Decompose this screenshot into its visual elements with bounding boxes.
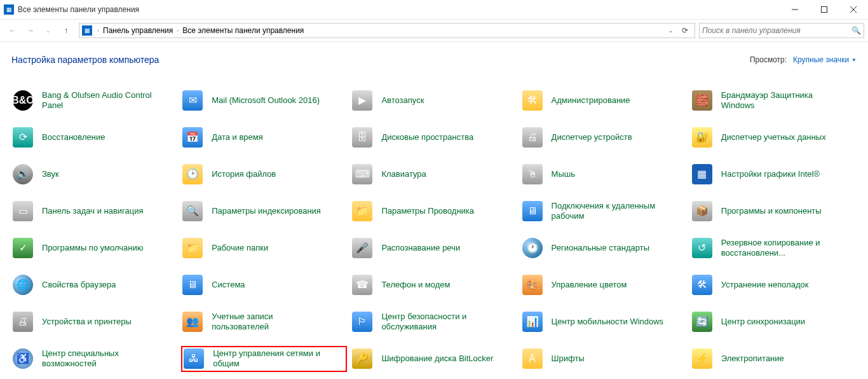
titlebar: ▦ Все элементы панели управления bbox=[0, 0, 868, 19]
control-panel-item[interactable]: ✉Mail (Microsoft Outlook 2016) bbox=[181, 88, 347, 113]
item-icon: 📦 bbox=[692, 201, 712, 221]
control-panel-item[interactable]: 👥Учетные записи пользователей bbox=[181, 309, 347, 334]
item-label: Учетные записи пользователей bbox=[212, 312, 326, 333]
item-icon: 🎤 bbox=[352, 238, 372, 258]
control-panel-item[interactable]: ☎Телефон и модем bbox=[351, 272, 517, 298]
control-panel-item[interactable]: 📊Центр мобильности Windows bbox=[521, 309, 687, 334]
item-icon: ♿ bbox=[13, 348, 33, 369]
item-label: Звук bbox=[42, 169, 59, 179]
item-label: Брандмауэр Защитника Windows bbox=[721, 90, 836, 111]
item-icon: 📁 bbox=[182, 238, 203, 258]
breadcrumb-item[interactable]: Панель управления bbox=[102, 26, 174, 35]
control-panel-item[interactable]: 🖱Мышь bbox=[521, 162, 687, 187]
control-panel-item[interactable]: 🏳Центр безопасности и обслуживания bbox=[351, 309, 517, 334]
control-panel-item[interactable]: ⌨Клавиатура bbox=[351, 162, 517, 187]
control-panel-item[interactable]: 🔄Центр синхронизации bbox=[691, 309, 857, 334]
control-panel-item[interactable]: 🎤Распознавание речи bbox=[351, 235, 517, 261]
control-panel-item[interactable]: ✓Программы по умолчанию bbox=[11, 235, 177, 261]
item-label: Центр мобильности Windows bbox=[552, 317, 664, 327]
control-panel-item[interactable]: 🔑Шифрование диска BitLocker bbox=[351, 346, 517, 372]
view-selector[interactable]: Крупные значки ▼ bbox=[793, 55, 857, 64]
item-icon: 🖨 bbox=[522, 127, 543, 148]
item-icon: 🔑 bbox=[352, 348, 372, 369]
item-label: Центр специальных возможностей bbox=[42, 348, 156, 369]
control-panel-item[interactable]: AШрифты bbox=[521, 346, 687, 372]
maximize-button[interactable] bbox=[810, 0, 839, 19]
item-icon: B&O bbox=[13, 90, 33, 111]
item-icon: 🛠 bbox=[692, 275, 712, 295]
item-label: Центр синхронизации bbox=[721, 317, 805, 327]
back-button[interactable]: ← bbox=[4, 22, 22, 39]
close-button[interactable] bbox=[839, 0, 868, 19]
chevron-right-icon: › bbox=[174, 27, 181, 34]
control-panel-item[interactable]: ⚡Электропитание bbox=[691, 346, 857, 372]
control-panel-item[interactable]: 📅Дата и время bbox=[181, 125, 347, 150]
item-label: Электропитание bbox=[721, 354, 784, 364]
control-panel-item[interactable]: 🖨Диспетчер устройств bbox=[521, 125, 687, 150]
item-label: Центр управления сетями и общим bbox=[213, 348, 327, 369]
refresh-button[interactable]: ⟳ bbox=[678, 24, 692, 38]
item-label: Параметры Проводника bbox=[381, 206, 474, 216]
control-panel-item[interactable]: 🔐Диспетчер учетных данных bbox=[691, 125, 857, 150]
address-dropdown[interactable]: ⌄ bbox=[664, 24, 678, 38]
item-icon: 🔄 bbox=[692, 312, 712, 332]
window-title: Все элементы панели управления bbox=[18, 5, 139, 14]
chevron-down-icon: ▼ bbox=[851, 57, 857, 63]
recent-dropdown[interactable]: ⌄ bbox=[39, 22, 57, 39]
item-icon: 👥 bbox=[182, 312, 203, 332]
items-grid: B&OBang & Olufsen Audio Control Panel✉Ma… bbox=[0, 72, 868, 378]
control-panel-item[interactable]: 🌐Свойства браузера bbox=[11, 272, 177, 298]
item-icon: 🏳 bbox=[352, 312, 372, 332]
control-panel-icon: ▦ bbox=[4, 4, 14, 15]
item-icon: 📁 bbox=[352, 201, 372, 221]
control-panel-item[interactable]: 🧱Брандмауэр Защитника Windows bbox=[691, 88, 857, 113]
item-icon: ✉ bbox=[182, 90, 203, 111]
item-label: Программы по умолчанию bbox=[42, 243, 143, 253]
item-label: Шифрование диска BitLocker bbox=[381, 354, 493, 364]
forward-button[interactable]: → bbox=[22, 22, 39, 39]
control-panel-item[interactable]: ▶Автозапуск bbox=[351, 88, 517, 113]
control-panel-item[interactable]: ♿Центр специальных возможностей bbox=[11, 346, 177, 372]
item-icon: 🖨 bbox=[13, 312, 33, 332]
item-label: Устройства и принтеры bbox=[42, 317, 132, 327]
control-panel-item[interactable]: 🕐Региональные стандарты bbox=[521, 235, 687, 261]
control-panel-item[interactable]: 🖥Система bbox=[181, 272, 347, 298]
item-icon: 🎨 bbox=[522, 275, 543, 295]
control-panel-item[interactable]: B&OBang & Olufsen Audio Control Panel bbox=[11, 88, 177, 113]
chevron-right-icon: › bbox=[95, 27, 102, 34]
control-panel-item[interactable]: 🖥Подключения к удаленным рабочим bbox=[521, 198, 687, 224]
control-panel-item[interactable]: ▭Панель задач и навигация bbox=[11, 198, 177, 224]
control-panel-item[interactable]: 🔊Звук bbox=[11, 162, 177, 187]
control-panel-item[interactable]: ⟳Восстановление bbox=[11, 125, 177, 150]
item-icon: ☎ bbox=[352, 275, 372, 295]
control-panel-item[interactable]: 🎨Управление цветом bbox=[521, 272, 687, 298]
item-label: Диспетчер устройств bbox=[552, 132, 632, 142]
control-panel-item[interactable]: 🗄Дисковые пространства bbox=[351, 125, 517, 150]
search-box[interactable]: 🔍 bbox=[699, 23, 864, 38]
control-panel-item[interactable]: 📁Параметры Проводника bbox=[351, 198, 517, 224]
view-value: Крупные значки bbox=[793, 55, 849, 64]
control-panel-item[interactable]: 🔍Параметры индексирования bbox=[181, 198, 347, 224]
breadcrumb-item[interactable]: Все элементы панели управления bbox=[181, 26, 305, 35]
control-panel-item[interactable]: ↺Резервное копирование и восстановлени..… bbox=[691, 235, 857, 261]
control-panel-item[interactable]: 🛠Администрирование bbox=[521, 88, 687, 113]
minimize-button[interactable] bbox=[780, 0, 810, 19]
up-button[interactable]: ↑ bbox=[57, 22, 75, 39]
control-panel-item[interactable]: 🛠Устранение неполадок bbox=[691, 272, 857, 298]
item-label: Подключения к удаленным рабочим bbox=[552, 201, 666, 222]
control-panel-item[interactable]: ▦Настройки графики Intel® bbox=[691, 162, 857, 187]
search-input[interactable] bbox=[702, 26, 851, 35]
page-title: Настройка параметров компьютера bbox=[11, 55, 159, 65]
item-label: Диспетчер учетных данных bbox=[721, 132, 826, 142]
control-panel-item[interactable]: 📁Рабочие папки bbox=[181, 235, 347, 261]
svg-rect-1 bbox=[822, 7, 827, 13]
address-bar[interactable]: ▦ › Панель управления › Все элементы пан… bbox=[79, 23, 695, 38]
control-panel-item[interactable]: 🖨Устройства и принтеры bbox=[11, 309, 177, 334]
control-panel-item[interactable]: 🕑История файлов bbox=[181, 162, 347, 187]
control-panel-item[interactable]: 🖧Центр управления сетями и общим bbox=[181, 346, 347, 372]
item-label: Мышь bbox=[552, 169, 575, 179]
item-label: Резервное копирование и восстановлени... bbox=[721, 238, 836, 259]
item-label: Дисковые пространства bbox=[381, 132, 473, 142]
control-panel-item[interactable]: 📦Программы и компоненты bbox=[691, 198, 857, 224]
item-icon: 📊 bbox=[522, 312, 543, 332]
